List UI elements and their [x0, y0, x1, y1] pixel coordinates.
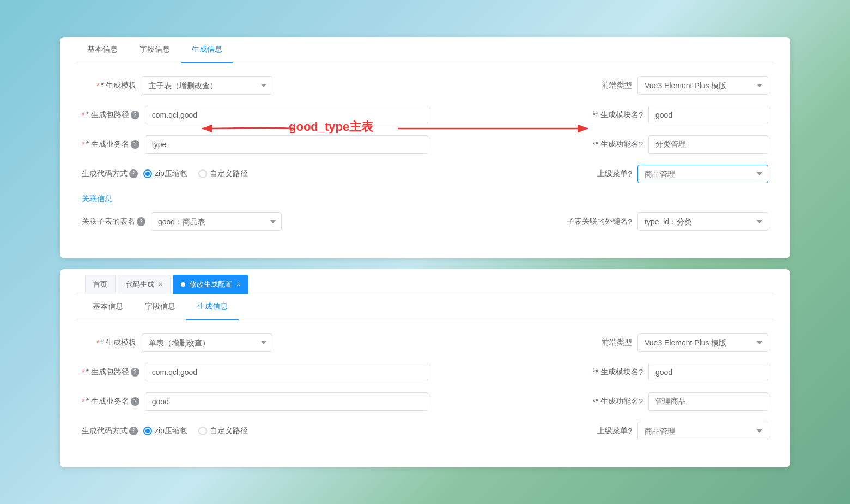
bottom-module-help-icon[interactable]: ? [639, 368, 643, 377]
business-help-icon[interactable]: ? [131, 140, 139, 149]
bottom-parent-menu-col: 上级菜单 ? 商品管理 [425, 422, 768, 440]
function-col: * * 生成功能名 ? [428, 135, 768, 154]
parent-menu-help-icon[interactable]: ? [628, 169, 632, 178]
tab-basic-info[interactable]: 基本信息 [76, 37, 129, 63]
bottom-business-label: * * 生成业务名 ? [82, 397, 139, 406]
bottom-package-col: * * 生成包路径 ? [82, 363, 428, 381]
child-table-select[interactable]: good：商品表 [151, 212, 282, 231]
bottom-front-type-col: 前端类型 Vue3 Element Plus 模版 [425, 333, 768, 352]
package-input[interactable] [145, 106, 428, 124]
business-col: * * 生成业务名 ? [82, 135, 428, 154]
bottom-package-label: * * 生成包路径 ? [82, 367, 139, 377]
business-label: * * 生成业务名 ? [82, 139, 139, 149]
bottom-package-help-icon[interactable]: ? [131, 368, 139, 377]
form-row-2: * * 生成包路径 ? * * 生成模块名 ? [82, 106, 768, 124]
template-label: * * 生成模板 [82, 81, 136, 90]
breadcrumb-home[interactable]: 首页 [85, 275, 116, 294]
bottom-module-label: * * 生成模块名 ? [592, 367, 643, 377]
function-help-icon[interactable]: ? [639, 140, 643, 149]
top-tabs: 基本信息 字段信息 生成信息 [76, 37, 774, 63]
template-col: * * 生成模板 主子表（增删改查） [82, 76, 425, 95]
bottom-form: * * 生成模板 单表（增删改查） 前端类型 Vue3 Element Plus… [76, 333, 774, 440]
breadcrumb-codegen[interactable]: 代码生成 × [118, 275, 171, 294]
active-dot [181, 282, 185, 287]
parent-menu-select[interactable]: 商品管理 [638, 165, 768, 183]
association-title[interactable]: 关联信息 [82, 194, 768, 204]
foreign-key-select[interactable]: type_id：分类 [638, 212, 768, 231]
package-col: * * 生成包路径 ? [82, 106, 428, 124]
bottom-tabs: 基本信息 字段信息 生成信息 [76, 294, 774, 320]
bottom-function-input[interactable] [648, 392, 768, 411]
child-table-col: 关联子表的表名 ? good：商品表 [82, 212, 425, 231]
module-label: * * 生成模块名 ? [592, 110, 643, 120]
bottom-function-help-icon[interactable]: ? [639, 397, 643, 406]
bottom-module-input[interactable] [648, 363, 768, 381]
module-input[interactable] [648, 106, 768, 124]
bottom-template-select[interactable]: 单表（增删改查） [142, 333, 272, 352]
bottom-radio-custom[interactable]: 自定义路径 [198, 426, 248, 436]
package-label: * * 生成包路径 ? [82, 110, 139, 120]
front-type-select[interactable]: Vue3 Element Plus 模版 [638, 76, 768, 95]
bottom-business-input[interactable] [145, 392, 428, 411]
code-method-help-icon[interactable]: ? [129, 169, 138, 178]
template-select[interactable]: 主子表（增删改查） [142, 76, 272, 95]
form-row-4: 生成代码方式 ? zip压缩包 自定义路径 上级菜单 [82, 165, 768, 183]
radio-zip[interactable]: zip压缩包 [143, 169, 187, 179]
package-help-icon[interactable]: ? [131, 111, 139, 119]
bottom-form-row-1: * * 生成模板 单表（增删改查） 前端类型 Vue3 Element Plus… [82, 333, 768, 352]
bottom-package-input[interactable] [145, 363, 428, 381]
business-input[interactable] [145, 135, 428, 154]
bottom-module-col: * * 生成模块名 ? [428, 363, 768, 381]
top-card: 基本信息 字段信息 生成信息 * * 生成模板 主子表（增删改查） 前端类型 V… [60, 37, 790, 258]
front-type-col: 前端类型 Vue3 Element Plus 模版 [425, 76, 768, 95]
bottom-code-method-help-icon[interactable]: ? [129, 427, 138, 435]
foreign-key-label: 子表关联的外键名 ? [567, 217, 632, 227]
parent-menu-col: 上级菜单 ? 商品管理 [425, 165, 768, 183]
bottom-business-col: * * 生成业务名 ? [82, 392, 428, 411]
code-method-radio-group: zip压缩包 自定义路径 [143, 169, 248, 179]
tab-field-info-bottom[interactable]: 字段信息 [134, 294, 186, 320]
tab-generate-info[interactable]: 生成信息 [181, 37, 233, 63]
bottom-function-label: * * 生成功能名 ? [592, 397, 643, 406]
bottom-form-row-4: 生成代码方式 ? zip压缩包 自定义路径 上级菜单 [82, 422, 768, 440]
radio-zip-circle [143, 169, 152, 178]
bottom-code-method-radio-group: zip压缩包 自定义路径 [143, 426, 248, 436]
module-col: * * 生成模块名 ? [428, 106, 768, 124]
radio-custom[interactable]: 自定义路径 [198, 169, 248, 179]
bottom-business-help-icon[interactable]: ? [131, 397, 139, 406]
module-help-icon[interactable]: ? [639, 111, 643, 119]
parent-menu-label: 上级菜单 ? [597, 169, 632, 179]
breadcrumb-modify-config[interactable]: 修改生成配置 × [173, 275, 248, 294]
bottom-card: 首页 代码生成 × 修改生成配置 × 基本信息 字段信息 生成信息 * * 生成… [60, 269, 790, 467]
breadcrumb-tabs: 首页 代码生成 × 修改生成配置 × [76, 269, 774, 294]
tab-field-info[interactable]: 字段信息 [129, 37, 181, 63]
radio-custom-circle [198, 169, 207, 178]
bottom-template-col: * * 生成模板 单表（增删改查） [82, 333, 425, 352]
bottom-parent-menu-select[interactable]: 商品管理 [638, 422, 768, 440]
bottom-template-label: * * 生成模板 [82, 338, 136, 348]
top-form: * * 生成模板 主子表（增删改查） 前端类型 Vue3 Element Plu… [76, 76, 774, 231]
bottom-parent-menu-label: 上级菜单 ? [597, 426, 632, 436]
bottom-front-type-select[interactable]: Vue3 Element Plus 模版 [638, 333, 768, 352]
bottom-radio-zip[interactable]: zip压缩包 [143, 426, 187, 436]
close-modify-icon[interactable]: × [236, 281, 240, 288]
bottom-radio-zip-circle [143, 427, 152, 435]
function-input[interactable] [648, 135, 768, 154]
bottom-parent-menu-help-icon[interactable]: ? [628, 427, 632, 435]
code-method-label: 生成代码方式 ? [82, 169, 138, 179]
function-label: * * 生成功能名 ? [592, 139, 643, 149]
tab-generate-info-bottom[interactable]: 生成信息 [186, 294, 239, 320]
form-row-1: * * 生成模板 主子表（增删改查） 前端类型 Vue3 Element Plu… [82, 76, 768, 95]
code-method-col: 生成代码方式 ? zip压缩包 自定义路径 [82, 169, 425, 179]
child-table-help-icon[interactable]: ? [137, 217, 145, 226]
bottom-radio-custom-circle [198, 427, 207, 435]
child-table-label: 关联子表的表名 ? [82, 217, 145, 227]
bottom-front-type-label: 前端类型 [602, 338, 632, 348]
bottom-form-row-2: * * 生成包路径 ? * * 生成模块名 ? [82, 363, 768, 381]
form-row-3: * * 生成业务名 ? * * 生成功能名 ? [82, 135, 768, 154]
foreign-key-help-icon[interactable]: ? [628, 217, 632, 226]
close-codegen-icon[interactable]: × [159, 281, 162, 288]
front-type-label: 前端类型 [602, 81, 632, 90]
bottom-function-col: * * 生成功能名 ? [428, 392, 768, 411]
tab-basic-info-bottom[interactable]: 基本信息 [82, 294, 134, 320]
